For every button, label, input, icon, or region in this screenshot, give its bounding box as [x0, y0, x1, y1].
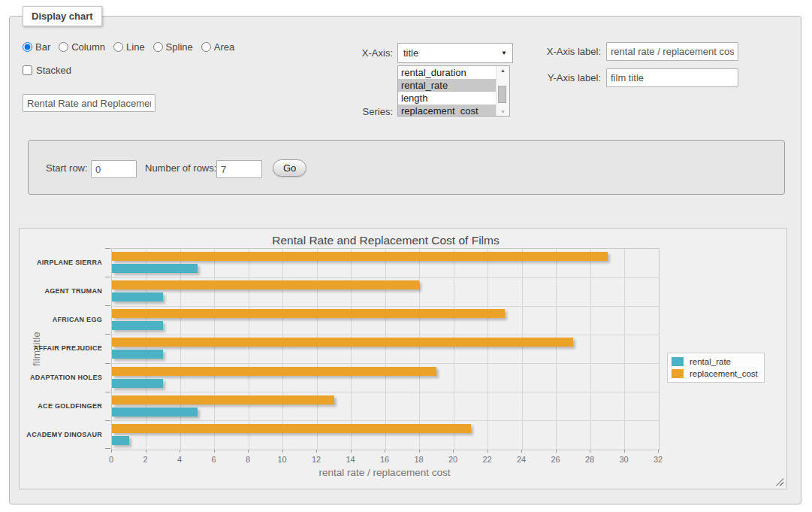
chart-type-option-column[interactable]: Column — [59, 41, 105, 53]
chart-category-labels: AIRPLANE SIERRAAGENT TRUMANAFRICAN EGGAF… — [20, 248, 102, 449]
x-tick-mark — [419, 450, 420, 453]
chart-type-option-area[interactable]: Area — [201, 41, 234, 53]
category-label: ACADEMY DINOSAUR — [20, 420, 102, 449]
bar-rental_rate-adaptation-holes — [112, 379, 163, 388]
x-tick-label: 0 — [109, 455, 113, 464]
x-tick-mark — [453, 450, 454, 453]
x-tick-mark — [351, 450, 352, 453]
legend-row-rental_rate: rental_rate — [672, 357, 758, 366]
legend-label: replacement_cost — [690, 369, 758, 378]
x-tick-label: 12 — [312, 455, 321, 464]
category-label: AFFAIR PREJUDICE — [20, 334, 102, 362]
x-tick-mark — [282, 450, 283, 453]
number-of-rows-input[interactable] — [216, 160, 262, 178]
stacked-label: Stacked — [36, 65, 71, 76]
x-tick-label: 14 — [346, 455, 355, 464]
stacked-option[interactable]: Stacked — [23, 65, 71, 76]
gridline-vertical — [590, 249, 591, 450]
y-axis-label-input[interactable] — [606, 68, 738, 87]
chart-type-option-spline[interactable]: Spline — [153, 41, 193, 53]
gridline-vertical — [522, 249, 523, 450]
chart-legend: rental_ratereplacement_cost — [667, 353, 765, 383]
y-tick-mark — [105, 334, 110, 335]
y-tick-mark — [105, 277, 110, 277]
x-tick-label: 32 — [654, 455, 663, 464]
x-tick-mark — [590, 450, 590, 453]
x-tick-mark — [214, 450, 215, 453]
chart-x-tick-labels: 02468101214161820222426283032 — [111, 455, 660, 465]
series-label: Series: — [310, 106, 393, 117]
gridline-horizontal — [112, 306, 659, 307]
start-row-input[interactable] — [91, 160, 137, 178]
y-axis-label-label: Y-Axis label: — [503, 68, 601, 87]
bar-replacement_cost-african-egg — [112, 309, 505, 318]
chart-type-radio-area[interactable] — [201, 42, 211, 52]
gridline-vertical — [249, 249, 249, 450]
legend-label: rental_rate — [690, 357, 731, 366]
resize-handle-icon[interactable] — [776, 478, 783, 486]
chart-type-option-bar[interactable]: Bar — [23, 41, 50, 53]
number-of-rows-label: Number of rows: — [145, 162, 216, 174]
bar-replacement_cost-adaptation-holes — [112, 367, 436, 376]
x-tick-label: 28 — [585, 455, 594, 464]
series-option-replacement_cost[interactable]: replacement_cost — [398, 105, 497, 117]
chart-title-input[interactable] — [23, 94, 155, 112]
bar-replacement_cost-affair-prejudice — [112, 338, 573, 347]
chart-type-radio-column[interactable] — [59, 42, 68, 52]
x-axis-selected-value: title — [403, 47, 418, 59]
chart-type-option-line[interactable]: Line — [113, 41, 145, 53]
series-listbox[interactable]: rental_durationrental_ratelengthreplacem… — [397, 65, 510, 117]
bar-rental_rate-affair-prejudice — [112, 350, 163, 359]
gridline-horizontal — [112, 363, 659, 364]
x-tick-label: 22 — [482, 455, 491, 464]
chart-type-option-label: Bar — [35, 41, 50, 53]
gridline-vertical — [180, 249, 181, 450]
gridline-vertical — [624, 249, 625, 450]
x-tick-mark — [385, 450, 385, 453]
chart-type-radio-spline[interactable] — [153, 42, 163, 52]
rows-form-panel: Start row: Number of rows: Go — [28, 140, 785, 195]
y-tick-mark — [105, 363, 110, 364]
gridline-vertical — [317, 249, 318, 450]
y-tick-mark — [105, 248, 110, 249]
gridline-vertical — [556, 249, 557, 450]
bar-replacement_cost-ace-goldfinger — [112, 395, 334, 404]
x-tick-label: 24 — [517, 455, 526, 464]
gridline-vertical — [454, 249, 454, 450]
page: Display chart BarColumnLineSplineArea St… — [0, 0, 812, 512]
chart-type-radio-bar[interactable] — [23, 42, 32, 52]
gridline-horizontal — [112, 392, 659, 392]
chart-type-radio-line[interactable] — [113, 42, 123, 52]
stacked-checkbox[interactable] — [23, 65, 32, 75]
legend-row-replacement_cost: replacement_cost — [672, 369, 758, 378]
bar-rental_rate-airplane-sierra — [112, 264, 198, 273]
chart-type-option-label: Line — [126, 41, 145, 53]
x-tick-label: 2 — [143, 455, 147, 464]
x-tick-mark — [248, 450, 249, 453]
y-tick-mark — [105, 420, 110, 421]
y-tick-mark — [105, 305, 110, 306]
x-tick-mark — [111, 450, 112, 453]
x-tick-mark — [521, 450, 522, 453]
x-tick-label: 4 — [177, 455, 182, 464]
gridline-vertical — [488, 249, 488, 450]
go-button[interactable]: Go — [273, 159, 306, 177]
chart-y-ticks — [105, 248, 111, 449]
chart-type-option-label: Area — [214, 41, 234, 53]
bar-replacement_cost-agent-truman — [112, 280, 419, 289]
gridline-vertical — [351, 249, 352, 450]
x-axis-select[interactable]: title ▼ — [397, 43, 513, 63]
x-tick-mark — [488, 450, 488, 453]
chart-panel: Rental Rate and Replacement Cost of Film… — [19, 228, 787, 489]
x-axis-label-label: X-Axis label: — [503, 42, 601, 61]
category-label: ACE GOLDFINGER — [20, 392, 102, 420]
legend-swatch-rental_rate — [672, 357, 684, 366]
scrollbar-thumb[interactable] — [498, 86, 506, 103]
scroll-down-icon[interactable]: ▼ — [497, 109, 509, 114]
x-axis-label-input[interactable] — [606, 42, 738, 61]
bar-rental_rate-agent-truman — [112, 292, 163, 301]
series-option-rental_duration[interactable]: rental_duration — [398, 66, 497, 79]
series-option-length[interactable]: length — [398, 92, 497, 105]
series-option-rental_rate[interactable]: rental_rate — [398, 79, 497, 92]
x-tick-mark — [624, 450, 625, 453]
